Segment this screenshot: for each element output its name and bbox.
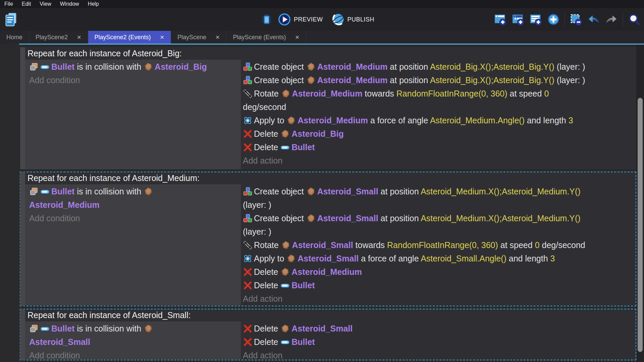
condition-row[interactable]: Bullet is in collision with Asteroid_Sma… <box>29 322 237 349</box>
menu-item-help[interactable]: Help <box>84 0 103 8</box>
row-text: and length <box>506 254 550 263</box>
action-row[interactable]: Apply to Asteroid_Small a force of angle… <box>243 252 634 265</box>
collision-icon <box>29 62 39 72</box>
preview-button[interactable]: PREVIEW <box>278 13 323 26</box>
event-content: Repeat for each instance of Asteroid_Sma… <box>25 309 636 359</box>
row-text: at speed <box>507 89 544 98</box>
tab-playscene[interactable]: PlayScene✕ <box>171 31 226 44</box>
add-action-button[interactable]: Add action <box>243 349 634 360</box>
redo-icon <box>605 13 618 26</box>
app-window: { "menu": { "items": ["File", "Edit", "V… <box>0 0 644 362</box>
add-condition-button[interactable]: Add condition <box>29 349 237 360</box>
condition-row[interactable]: Bullet is in collision with Asteroid_Med… <box>29 185 237 212</box>
row-text: Delete <box>254 337 280 347</box>
tab-playscene-events[interactable]: PlayScene (Events)✕ <box>226 31 306 44</box>
tab-close-icon[interactable]: ✕ <box>77 34 81 41</box>
tab-close-icon[interactable]: ✕ <box>160 34 164 41</box>
delete-selection-button[interactable] <box>569 13 583 26</box>
menu-item-view[interactable]: View <box>35 0 55 8</box>
add-event-button[interactable] <box>493 13 507 26</box>
events-sheet[interactable]: Repeat for each instance of Asteroid_Big… <box>0 45 644 362</box>
redo-button[interactable] <box>605 13 618 26</box>
action-row[interactable]: Apply to Asteroid_Medium a force of angl… <box>243 114 634 127</box>
event-block-1[interactable]: Repeat for each instance of Asteroid_Big… <box>20 47 636 169</box>
event-content: Repeat for each instance of Asteroid_Big… <box>25 47 636 169</box>
row-text: and length <box>525 116 569 125</box>
asteroid-icon <box>280 267 290 277</box>
row-text: Apply to <box>254 116 286 125</box>
search-button[interactable] <box>627 13 641 26</box>
conditions-column: Bullet is in collision with Asteroid_Big… <box>25 60 241 169</box>
add-comment-button[interactable] <box>529 13 542 26</box>
toolbar-center-group: PREVIEW PUBLISH <box>260 8 374 31</box>
row-text: Create object <box>254 187 306 196</box>
event-body: Bullet is in collision with Asteroid_Big… <box>25 60 636 169</box>
action-row[interactable]: Delete Bullet <box>243 279 634 292</box>
action-row[interactable]: Delete Bullet <box>243 335 634 349</box>
tab-playscene2[interactable]: PlayScene2✕ <box>29 31 88 44</box>
action-row[interactable]: Rotate Asteroid_Small towards RandomFloa… <box>243 238 634 252</box>
publish-button[interactable]: PUBLISH <box>332 13 375 26</box>
event-header[interactable]: Repeat for each instance of Asteroid_Big… <box>25 47 636 60</box>
event-drag-handle[interactable] <box>20 172 25 306</box>
action-row[interactable]: Rotate Asteroid_Medium towards RandomFlo… <box>243 87 634 114</box>
object-name: Bullet <box>51 187 74 196</box>
event-drag-handle[interactable] <box>20 309 25 360</box>
event-block-2[interactable]: Repeat for each instance of Asteroid_Med… <box>20 172 636 306</box>
menu-item-window[interactable]: Window <box>56 0 84 8</box>
action-row[interactable]: Create object Asteroid_Medium at positio… <box>243 73 634 87</box>
condition-row[interactable]: Bullet is in collision with Asteroid_Big <box>29 60 237 73</box>
toolbar-separator <box>623 12 623 26</box>
event-header[interactable]: Repeat for each instance of Asteroid_Sma… <box>25 309 636 321</box>
asteroid-icon <box>306 187 316 196</box>
vertical-scrollbar[interactable] <box>636 45 644 362</box>
debugger-button[interactable] <box>260 13 273 26</box>
row-text: Delete <box>254 129 280 138</box>
object-name: Asteroid_Small <box>317 214 378 223</box>
object-name: Asteroid_Small <box>298 254 359 263</box>
delete-selection-icon <box>570 13 582 26</box>
event-block-3[interactable]: Repeat for each instance of Asteroid_Sma… <box>20 309 636 360</box>
event-header[interactable]: Repeat for each instance of Asteroid_Med… <box>25 172 636 184</box>
undo-button[interactable] <box>587 13 600 26</box>
menu-item-edit[interactable]: Edit <box>17 0 36 8</box>
tab-home[interactable]: Home <box>0 31 29 44</box>
tab-playscene2-events[interactable]: PlayScene2 (Events)✕ <box>88 31 171 44</box>
action-row[interactable]: Delete Bullet <box>243 140 634 154</box>
object-name: Asteroid_Small <box>317 187 378 196</box>
tab-bar: HomePlayScene2✕PlayScene2 (Events)✕PlayS… <box>0 31 644 44</box>
action-row[interactable]: Create object Asteroid_Small at position… <box>243 185 634 212</box>
action-row[interactable]: Delete Asteroid_Small <box>243 322 634 335</box>
action-row[interactable]: Delete Asteroid_Big <box>243 127 634 140</box>
add-action-button[interactable]: Add action <box>243 292 634 305</box>
row-text: deg/second <box>540 240 585 250</box>
gdevelop-logo-icon[interactable] <box>3 12 19 27</box>
scrollbar-thumb[interactable] <box>638 98 643 352</box>
menu-item-file[interactable]: File <box>0 0 17 8</box>
conditions-column: Bullet is in collision with Asteroid_Sma… <box>25 321 241 359</box>
action-row[interactable]: Delete Asteroid_Medium <box>243 265 634 279</box>
asteroid-icon <box>306 214 316 223</box>
delete-icon <box>243 142 253 152</box>
add-condition-button[interactable]: Add condition <box>29 212 237 225</box>
action-row[interactable]: Create object Asteroid_Small at position… <box>243 212 634 238</box>
tab-close-icon[interactable]: ✕ <box>295 34 300 41</box>
tab-close-icon[interactable]: ✕ <box>215 34 220 41</box>
expression-value: 3 <box>569 116 573 125</box>
object-name: Bullet <box>291 281 315 290</box>
row-text: Create object <box>254 62 306 71</box>
row-text: is in collision with <box>74 324 144 333</box>
asteroid-icon <box>144 324 153 334</box>
event-drag-handle[interactable] <box>20 47 25 169</box>
add-action-button[interactable]: Add action <box>243 154 634 167</box>
row-text: Rotate <box>254 89 281 98</box>
preview-icon <box>278 13 291 26</box>
create-icon <box>243 75 253 85</box>
action-row[interactable]: Create object Asteroid_Medium at positio… <box>243 60 634 73</box>
delete-icon <box>243 267 253 277</box>
row-text: Create object <box>254 75 306 85</box>
row-text: Delete <box>254 281 280 290</box>
add-condition-button[interactable]: Add condition <box>29 73 237 87</box>
add-new-button[interactable] <box>547 13 560 26</box>
add-sub-event-button[interactable] <box>511 13 525 26</box>
